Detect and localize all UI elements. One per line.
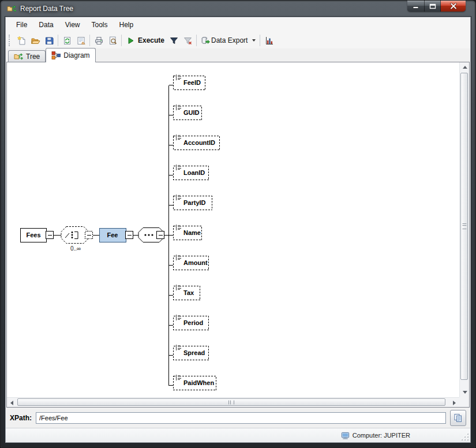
text-element-icon (175, 193, 182, 201)
printer-icon (94, 36, 104, 46)
selected-element-node[interactable]: Fee (100, 229, 133, 242)
element-node[interactable]: FeeID (169, 73, 205, 90)
print-preview-button[interactable] (106, 33, 119, 47)
diagram-canvas: Fees (6, 62, 470, 408)
thumb-gripper-icon (228, 400, 234, 404)
resize-grip[interactable] (461, 433, 468, 440)
print-button[interactable] (92, 33, 106, 47)
tab-tree-label: Tree (26, 53, 40, 61)
scroll-up-button[interactable] (460, 62, 470, 72)
occurrence-label: 0..∞ (70, 245, 81, 252)
filter-button[interactable] (167, 33, 181, 47)
view-tabs: Tree Diagram (8, 48, 96, 62)
save-button[interactable] (42, 33, 56, 47)
toolbar-grip[interactable] (9, 35, 12, 46)
tree-view-icon (14, 52, 23, 61)
element-node[interactable]: PartyID (169, 193, 212, 210)
schema-diagram: Fees (7, 62, 460, 400)
collapse-button[interactable] (126, 232, 133, 239)
filter-funnel-icon (169, 36, 179, 46)
element-label: Spread (183, 349, 205, 356)
scroll-down-button[interactable] (460, 387, 470, 397)
data-export-button[interactable]: Data Export (198, 33, 258, 47)
element-node[interactable]: Amount (169, 253, 209, 270)
status-computer-label: Computer: JUPITER (353, 432, 410, 439)
element-label: Amount (183, 259, 208, 266)
thumb-gripper-icon (462, 223, 466, 229)
execute-button[interactable] (123, 33, 137, 47)
menu-tools[interactable]: Tools (86, 18, 114, 32)
triangle-left-icon (10, 401, 13, 405)
element-node[interactable]: Period (169, 313, 209, 330)
element-node[interactable]: Name (169, 223, 202, 240)
element-label: PaidWhen (183, 379, 214, 386)
element-node[interactable]: Tax (169, 283, 200, 300)
sequence-indicator[interactable] (138, 228, 164, 242)
data-export-label: Data Export (211, 36, 248, 44)
text-element-icon (175, 133, 182, 141)
diagram-children: FeeIDGUIDAccountIDLoanIDPartyIDNameAmoun… (169, 73, 220, 390)
triangle-right-icon (453, 401, 456, 405)
text-element-icon (175, 163, 182, 171)
execute-label[interactable]: Execute (138, 36, 164, 44)
sequence-repeat-indicator[interactable]: 0..∞ (61, 227, 93, 252)
triangle-down-icon (463, 391, 467, 394)
status-computer: Computer: JUPITER (341, 428, 410, 442)
text-element-icon (175, 344, 182, 351)
open-folder-icon (31, 36, 40, 46)
element-node[interactable]: Spread (169, 344, 209, 360)
open-button[interactable] (28, 33, 42, 47)
chart-button[interactable] (262, 33, 276, 47)
toolbar-separator (58, 35, 58, 46)
collapse-button[interactable] (46, 232, 54, 239)
tab-tree[interactable]: Tree (8, 50, 46, 62)
collapse-button[interactable] (157, 232, 164, 239)
menu-help[interactable]: Help (114, 18, 140, 32)
xpath-input[interactable] (36, 412, 446, 424)
scroll-left-button[interactable] (7, 398, 17, 408)
app-tree-icon (7, 4, 16, 13)
text-element-icon (175, 253, 182, 261)
diagram-view-icon (51, 51, 61, 60)
properties-form-icon (76, 36, 86, 46)
element-node[interactable]: GUID (169, 103, 202, 120)
text-element-icon (175, 73, 182, 81)
window-title: Report Data Tree (20, 5, 73, 13)
element-node[interactable]: AccountID (169, 133, 220, 150)
scrollbar-corner (459, 397, 469, 407)
scroll-right-button[interactable] (449, 398, 459, 408)
toolbar-separator (196, 35, 197, 46)
maximize-button[interactable] (425, 1, 441, 12)
element-node[interactable]: LoanID (169, 163, 209, 180)
menu-bar: File Data View Tools Help (6, 17, 470, 32)
copy-xpath-button[interactable] (450, 410, 466, 426)
refresh-icon (62, 36, 72, 46)
collapse-button[interactable] (85, 232, 93, 239)
text-element-icon (175, 103, 182, 111)
close-button[interactable] (441, 1, 466, 12)
tab-diagram[interactable]: Diagram (46, 48, 95, 62)
new-report-button[interactable] (14, 33, 28, 47)
refresh-button[interactable] (60, 33, 74, 47)
menu-data[interactable]: Data (33, 18, 59, 32)
tab-diagram-label: Diagram (63, 51, 89, 59)
element-node[interactable]: PaidWhen (169, 374, 216, 390)
selected-element-label: Fee (107, 232, 118, 238)
client-area: File Data View Tools Help (5, 17, 471, 443)
dropdown-caret-icon (252, 39, 256, 42)
horizontal-scrollbar[interactable] (7, 397, 459, 407)
menu-view[interactable]: View (59, 18, 86, 32)
clear-filter-button[interactable] (181, 33, 194, 47)
properties-button[interactable] (74, 33, 88, 47)
horizontal-scroll-thumb[interactable] (17, 398, 445, 406)
vertical-scrollbar[interactable] (459, 62, 469, 397)
xpath-panel: XPath: (6, 408, 470, 428)
xpath-label: XPath: (10, 414, 32, 422)
save-floppy-icon (44, 36, 54, 46)
vertical-scroll-thumb[interactable] (460, 73, 468, 380)
element-label: GUID (183, 109, 200, 116)
menu-file[interactable]: File (10, 18, 33, 32)
minimize-button[interactable] (407, 1, 425, 12)
computer-icon (341, 431, 350, 440)
root-element-node[interactable]: Fees (21, 229, 54, 242)
